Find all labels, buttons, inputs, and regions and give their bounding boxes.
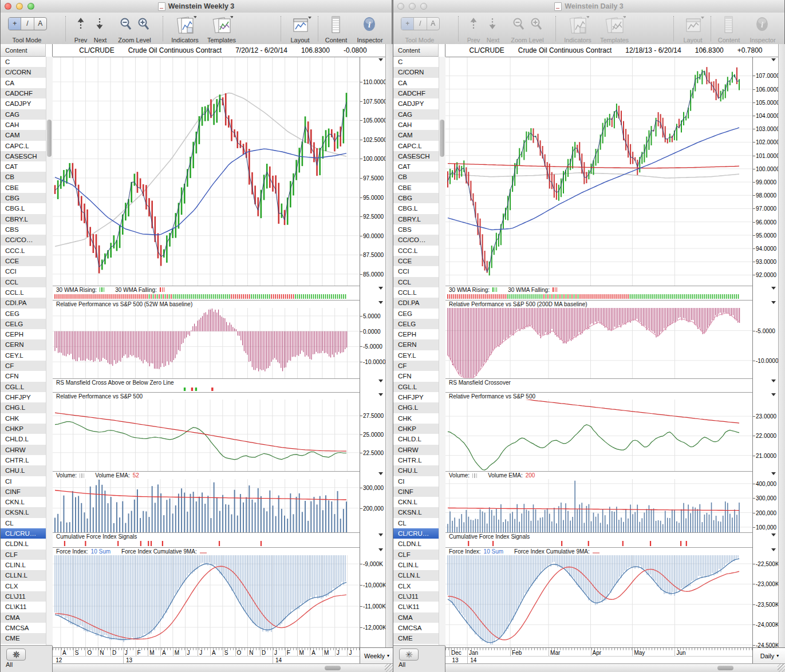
- list-item[interactable]: CL\K11: [393, 602, 439, 612]
- list-item[interactable]: CC/CO…: [1, 235, 46, 245]
- titlebar[interactable]: Weinstein Daily 3: [393, 0, 784, 13]
- chart-panel[interactable]: [445, 400, 752, 471]
- zoom-out-icon[interactable]: [119, 17, 133, 31]
- panel-menu-arrow-icon[interactable]: [378, 301, 383, 304]
- list-item[interactable]: C: [1, 57, 46, 67]
- list-item[interactable]: CBG: [393, 193, 439, 203]
- tool-mode-segmented[interactable]: + / A: [401, 17, 440, 30]
- list-item[interactable]: CMCSA: [393, 623, 439, 633]
- list-item[interactable]: CFN: [1, 371, 46, 381]
- list-item[interactable]: CBE: [1, 183, 46, 193]
- list-item[interactable]: CI: [393, 476, 439, 487]
- cfi-header[interactable]: Cumulative Force Index Signals: [53, 532, 360, 540]
- chart-panel[interactable]: [53, 308, 360, 378]
- panel-menu-arrow-icon[interactable]: [378, 472, 383, 475]
- list-item[interactable]: CDI.PA: [393, 298, 439, 308]
- list-item[interactable]: CLIN.L: [1, 560, 46, 570]
- panel-menu-arrow-icon[interactable]: [771, 393, 776, 396]
- list-item[interactable]: CCC.L: [393, 246, 439, 256]
- list-item[interactable]: CHG.L: [1, 402, 46, 413]
- list-item[interactable]: CHK: [1, 413, 46, 424]
- list-item[interactable]: CCL.L: [1, 287, 46, 298]
- panel-menu-arrow-icon[interactable]: [771, 301, 776, 304]
- panel-menu-arrow-icon[interactable]: [771, 380, 776, 382]
- indicators-icon[interactable]: [175, 15, 196, 35]
- chart-panel[interactable]: [53, 540, 360, 547]
- sidebar-header[interactable]: Content: [1, 44, 46, 57]
- chart-panel[interactable]: [53, 555, 360, 647]
- list-item[interactable]: CMA: [1, 612, 46, 623]
- wma-signal-header[interactable]: 30 WMA Rising:30 WMA Falling:: [53, 286, 360, 293]
- list-item[interactable]: CL: [393, 518, 439, 528]
- list-item[interactable]: CBG: [1, 193, 46, 203]
- tool-crosshair-button[interactable]: +: [401, 18, 414, 30]
- list-item[interactable]: CEPH: [393, 329, 439, 339]
- panel-menu-arrow-icon[interactable]: [771, 58, 776, 61]
- wma-signal-header[interactable]: 30 WMA Rising:30 WMA Falling:: [445, 286, 752, 293]
- list-item[interactable]: C: [393, 57, 439, 67]
- chart-panel[interactable]: [53, 57, 360, 286]
- list-item[interactable]: CB: [393, 172, 439, 182]
- list-item[interactable]: CBS: [393, 224, 439, 235]
- list-item[interactable]: CHRW: [393, 445, 439, 455]
- scrollbar-thumb[interactable]: [47, 120, 52, 157]
- sidebar-scrollbar[interactable]: [46, 57, 53, 646]
- list-item[interactable]: CAG: [393, 109, 439, 120]
- list-item[interactable]: CHLD.L: [1, 434, 46, 444]
- list-item[interactable]: CADCHF: [393, 88, 439, 98]
- scrollbar-thumb[interactable]: [440, 120, 444, 157]
- panel-menu-arrow-icon[interactable]: [771, 472, 776, 475]
- inspector-icon[interactable]: i: [362, 16, 376, 33]
- list-item[interactable]: CA: [1, 78, 46, 88]
- list-item[interactable]: CME: [393, 633, 439, 643]
- chart-panel[interactable]: [445, 293, 752, 300]
- titlebar[interactable]: Weinstein Weekly 3: [1, 0, 392, 13]
- chart-panel[interactable]: [53, 400, 360, 471]
- content-icon[interactable]: [724, 15, 734, 34]
- chart-panel[interactable]: [53, 293, 360, 300]
- list-item[interactable]: CELG: [393, 319, 439, 329]
- volume-header[interactable]: Volume:Volume EMA:200: [445, 471, 752, 479]
- list-item[interactable]: CEG: [393, 309, 439, 319]
- list-item[interactable]: CKSN.L: [393, 507, 439, 517]
- list-item[interactable]: CL\J11: [393, 591, 439, 602]
- list-item[interactable]: CCE: [1, 256, 46, 266]
- panel-menu-arrow-icon[interactable]: [771, 287, 776, 290]
- zoom-in-icon[interactable]: [137, 17, 151, 31]
- list-item[interactable]: CLIN.L: [393, 560, 439, 570]
- list-item[interactable]: CAH: [393, 120, 439, 130]
- rs-header[interactable]: Relative Performance vs S&P 500: [445, 392, 752, 400]
- sidebar-scrollbar[interactable]: [439, 57, 445, 646]
- list-item[interactable]: CLF: [393, 550, 439, 560]
- list-item[interactable]: CAH: [1, 120, 46, 130]
- panel-menu-arrow-icon[interactable]: [378, 287, 383, 290]
- layout-icon[interactable]: [291, 15, 312, 35]
- resize-grip[interactable]: [778, 664, 785, 672]
- resize-grip[interactable]: [385, 664, 393, 672]
- list-item[interactable]: CGL.L: [1, 382, 46, 392]
- list-item[interactable]: CCC.L: [1, 246, 46, 256]
- list-item[interactable]: CHK: [393, 413, 439, 424]
- list-item[interactable]: CAPC.L: [1, 141, 46, 151]
- list-item[interactable]: CGL.L: [393, 382, 439, 392]
- list-item[interactable]: CF: [393, 361, 439, 371]
- list-item[interactable]: CCE: [393, 256, 439, 266]
- list-item[interactable]: CA: [393, 78, 439, 88]
- next-button[interactable]: [488, 17, 496, 30]
- list-item[interactable]: CLX: [1, 581, 46, 591]
- indicators-icon[interactable]: [567, 15, 589, 35]
- list-item[interactable]: CL\K11: [1, 602, 46, 612]
- action-gear-button[interactable]: ▾: [399, 649, 419, 661]
- tool-crosshair-button[interactable]: +: [9, 18, 21, 30]
- vertical-scrollbar[interactable]: [385, 44, 393, 647]
- periodicity-dropdown[interactable]: Daily▾: [752, 647, 785, 663]
- list-item[interactable]: CB: [1, 172, 46, 182]
- list-item[interactable]: CEY.L: [1, 350, 46, 361]
- list-item[interactable]: CDI.PA: [1, 298, 46, 308]
- zoom-out-icon[interactable]: [512, 17, 526, 31]
- prev-button[interactable]: [470, 17, 478, 30]
- list-item[interactable]: CFN: [393, 371, 439, 381]
- list-item[interactable]: CBRY.L: [393, 214, 439, 224]
- list-item[interactable]: CL/CRU…: [1, 528, 46, 539]
- list-item[interactable]: CERN: [393, 339, 439, 350]
